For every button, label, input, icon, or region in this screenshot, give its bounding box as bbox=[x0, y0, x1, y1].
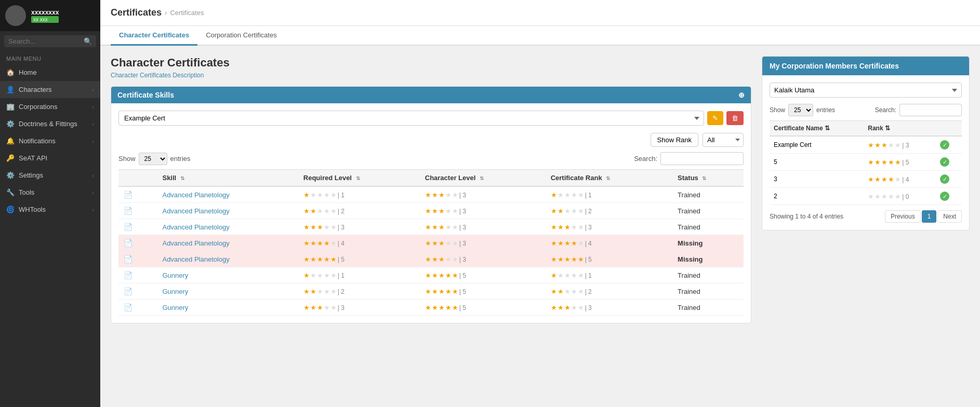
status-badge[interactable]: ✓ bbox=[940, 140, 949, 150]
skill-link[interactable]: Advanced Planetology bbox=[162, 239, 229, 247]
corp-card-body: Kalaik Utama Show 25 50 entries Se bbox=[762, 75, 969, 230]
skill-name-cell: Advanced Planetology bbox=[157, 219, 298, 235]
corp-entries-select[interactable]: 25 50 bbox=[788, 104, 813, 116]
skill-name-cell: Advanced Planetology bbox=[157, 251, 298, 267]
th-required-level[interactable]: Required Level ⇅ bbox=[298, 170, 420, 187]
skill-link[interactable]: Advanced Planetology bbox=[162, 207, 229, 215]
sidebar-header: xxxxxxxx xx xxx bbox=[0, 0, 100, 31]
status-badge[interactable]: ✓ bbox=[940, 192, 949, 201]
sidebar: xxxxxxxx xx xxx 🔍 Main Menu 🏠 Home 👤 Cha… bbox=[0, 0, 100, 407]
sidebar-item-notifications[interactable]: 🔔 Notifications ‹ bbox=[0, 132, 100, 150]
sidebar-item-home[interactable]: 🏠 Home bbox=[0, 64, 100, 81]
corp-search: Search: bbox=[875, 104, 962, 116]
skill-link[interactable]: Advanced Planetology bbox=[162, 223, 229, 231]
skill-icon-cell: 📄 bbox=[118, 251, 157, 267]
required-level-cell: ★★★★★| 3 bbox=[298, 219, 420, 235]
page-title: Character Certificates bbox=[111, 56, 751, 70]
status-badge[interactable]: ✓ bbox=[940, 157, 949, 167]
sidebar-item-label: WHTools bbox=[19, 206, 46, 213]
tab-corporation-certificates[interactable]: Corporation Certificates bbox=[197, 26, 285, 46]
tab-character-certificates[interactable]: Character Certificates bbox=[111, 26, 197, 46]
page-subtitle: Character Certificates Description bbox=[111, 72, 751, 79]
corp-cert-action: ✓ bbox=[936, 154, 962, 171]
edit-cert-button[interactable]: ✎ bbox=[707, 111, 723, 125]
previous-button[interactable]: Previous bbox=[885, 210, 921, 223]
show-rank-button[interactable]: Show Rank bbox=[651, 133, 698, 147]
corp-th-action bbox=[936, 121, 962, 137]
entries-select[interactable]: 25 50 100 bbox=[139, 153, 167, 165]
character-level-cell: ★★★★★| 3 bbox=[420, 251, 546, 267]
sidebar-item-settings[interactable]: ⚙️ Settings ‹ bbox=[0, 167, 100, 184]
corp-select[interactable]: Kalaik Utama bbox=[770, 83, 962, 98]
chevron-icon: ‹ bbox=[92, 121, 94, 127]
skill-icon-cell: 📄 bbox=[118, 300, 157, 316]
sidebar-item-seat-api[interactable]: 🔑 SeAT API bbox=[0, 150, 100, 167]
required-level-cell: ★★★★★| 1 bbox=[298, 267, 420, 283]
character-level-cell: ★★★★★| 3 bbox=[420, 203, 546, 219]
corp-th-name[interactable]: Certificate Name ⇅ bbox=[770, 121, 864, 137]
api-icon: 🔑 bbox=[6, 154, 15, 162]
th-certificate-rank[interactable]: Certificate Rank ⇅ bbox=[546, 170, 672, 187]
skill-link[interactable]: Advanced Planetology bbox=[162, 255, 229, 263]
corp-entries-label: entries bbox=[816, 106, 835, 114]
skill-doc-icon: 📄 bbox=[124, 207, 133, 215]
sidebar-item-characters[interactable]: 👤 Characters ‹ bbox=[0, 81, 100, 98]
pagination-info: Showing 1 to 4 of 4 entries bbox=[770, 213, 843, 220]
rank-filter-row: Show Rank All Trained Missing bbox=[118, 133, 744, 147]
th-status[interactable]: Status ⇅ bbox=[672, 170, 744, 187]
skill-link[interactable]: Gunnery bbox=[162, 272, 188, 279]
table-row: 📄 Advanced Planetology ★★★★★| 3 ★★★★★| 3… bbox=[118, 219, 744, 235]
sidebar-item-whtools[interactable]: 🌀 WHTools ‹ bbox=[0, 201, 100, 218]
search-bar[interactable]: 🔍 bbox=[4, 35, 96, 47]
sidebar-item-tools[interactable]: 🔧 Tools ‹ bbox=[0, 184, 100, 201]
status-cell: Trained bbox=[672, 300, 744, 316]
skill-doc-icon: 📄 bbox=[124, 271, 133, 279]
sidebar-item-label: Doctrines & Fittings bbox=[19, 120, 77, 128]
cert-rank-cell: ★★★★★| 1 bbox=[546, 267, 672, 283]
skill-link[interactable]: Gunnery bbox=[162, 304, 188, 311]
skill-link[interactable]: Advanced Planetology bbox=[162, 191, 229, 199]
status-cell: Trained bbox=[672, 283, 744, 300]
tools-icon: 🔧 bbox=[6, 188, 15, 196]
corp-table-controls: Show 25 50 entries Search: bbox=[770, 104, 962, 116]
skill-icon-cell: 📄 bbox=[118, 186, 157, 203]
expand-icon[interactable]: ⊕ bbox=[738, 91, 745, 99]
status-badge[interactable]: ✓ bbox=[940, 174, 949, 184]
corp-th-rank[interactable]: Rank ⇅ bbox=[864, 121, 936, 137]
th-skill[interactable]: Skill ⇅ bbox=[157, 170, 298, 187]
sidebar-item-label: Home bbox=[19, 69, 37, 76]
notifications-icon: 🔔 bbox=[6, 137, 15, 145]
status-cell: Trained bbox=[672, 267, 744, 283]
pagination-buttons: Previous 1 Next bbox=[885, 210, 962, 223]
skill-link[interactable]: Gunnery bbox=[162, 288, 188, 295]
page-1-button[interactable]: 1 bbox=[922, 210, 937, 223]
table-search-input[interactable] bbox=[660, 152, 744, 165]
breadcrumb-current: Certificates bbox=[170, 9, 204, 17]
required-level-cell: ★★★★★| 5 bbox=[298, 251, 420, 267]
character-level-cell: ★★★★★| 3 bbox=[420, 219, 546, 235]
skill-icon-cell: 📄 bbox=[118, 219, 157, 235]
th-character-level[interactable]: Character Level ⇅ bbox=[420, 170, 546, 187]
sidebar-item-doctrines[interactable]: ⚙️ Doctrines & Fittings ‹ bbox=[0, 115, 100, 132]
corp-table: Certificate Name ⇅ Rank ⇅ Example Cert ★… bbox=[770, 120, 962, 205]
search-input[interactable] bbox=[8, 37, 84, 45]
corp-table-row: 3 ★★★★★| 4 ✓ bbox=[770, 171, 962, 188]
corp-card-header: My Corporation Members Certificates bbox=[762, 57, 969, 75]
breadcrumb: Certificates › Certificates bbox=[100, 0, 980, 26]
characters-icon: 👤 bbox=[6, 86, 15, 93]
skill-name-cell: Advanced Planetology bbox=[157, 186, 298, 203]
corp-table-row: 2 ★★★★★| 0 ✓ bbox=[770, 188, 962, 205]
corp-search-input[interactable] bbox=[899, 104, 962, 116]
corp-cert-name: 2 bbox=[770, 188, 864, 205]
sidebar-item-label: Settings bbox=[19, 171, 43, 179]
next-button[interactable]: Next bbox=[937, 210, 962, 223]
delete-cert-button[interactable]: 🗑 bbox=[726, 111, 744, 125]
skill-doc-icon: 📄 bbox=[124, 239, 133, 247]
sidebar-item-corporations[interactable]: 🏢 Corporations ‹ bbox=[0, 98, 100, 115]
cert-select[interactable]: Example Cert bbox=[118, 111, 704, 126]
sidebar-item-label: Corporations bbox=[19, 103, 57, 111]
filter-select[interactable]: All Trained Missing bbox=[703, 133, 744, 147]
required-level-cell: ★★★★★| 4 bbox=[298, 235, 420, 251]
corp-cert-rank: ★★★★★| 5 bbox=[864, 154, 936, 171]
table-row: 📄 Advanced Planetology ★★★★★| 4 ★★★★★| 3… bbox=[118, 235, 744, 251]
